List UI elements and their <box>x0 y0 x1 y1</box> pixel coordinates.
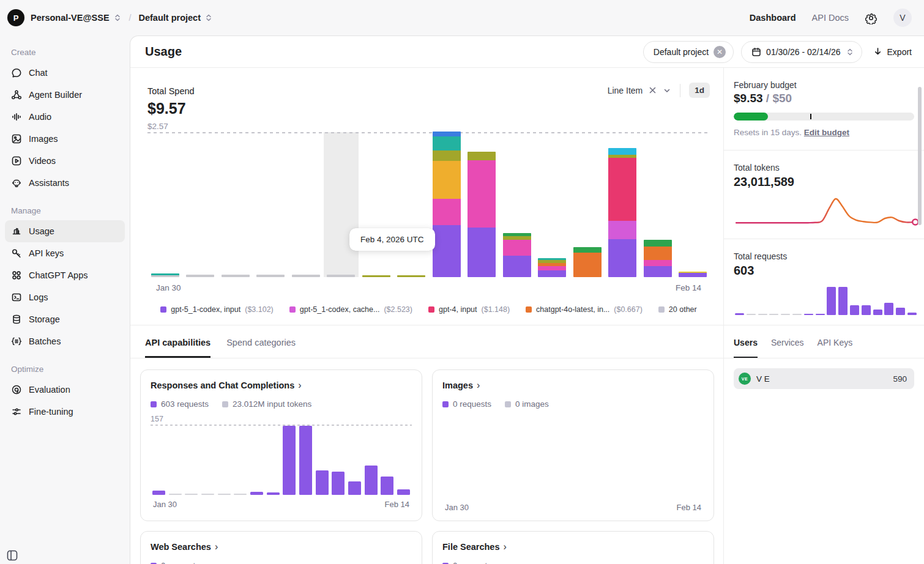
settings-gear-button[interactable] <box>865 12 877 24</box>
stacked-bar-feb-14[interactable] <box>679 272 707 277</box>
bar[interactable] <box>267 492 280 495</box>
edit-budget-link[interactable]: Edit budget <box>804 128 849 137</box>
stacked-bar-feb-3[interactable] <box>292 275 320 277</box>
date-range-picker[interactable]: 01/30/26 - 02/14/26 <box>741 41 862 63</box>
tab-services[interactable]: Services <box>771 338 804 358</box>
project-filter-chip[interactable]: Default project ✕ <box>643 41 734 63</box>
sidebar-item-api-keys[interactable]: API keys <box>5 242 125 264</box>
tab-api-keys[interactable]: API Keys <box>818 338 853 358</box>
stacked-bar-feb-5[interactable] <box>362 275 390 277</box>
legend-item[interactable]: chatgpt-4o-latest, in...($0.667) <box>526 305 643 314</box>
nav-dashboard[interactable]: Dashboard <box>750 13 796 23</box>
bar[interactable] <box>299 426 312 495</box>
nav-api-docs[interactable]: API Docs <box>812 13 849 23</box>
stacked-bar-feb-6[interactable] <box>397 275 425 277</box>
legend-item[interactable]: gpt-5_1-codex, input($3.102) <box>160 305 274 314</box>
stacked-bar-feb-1[interactable] <box>222 275 250 277</box>
zero-day-dash[interactable] <box>769 314 778 316</box>
bar[interactable] <box>365 466 378 495</box>
zero-day-dash[interactable] <box>201 494 214 495</box>
bar[interactable] <box>250 492 263 495</box>
card-title-link[interactable]: File Searches › <box>442 541 704 552</box>
bar[interactable] <box>332 472 345 495</box>
bar[interactable] <box>907 313 917 315</box>
legend-item[interactable]: 0 requests <box>442 561 491 564</box>
stacked-bar-feb-12[interactable] <box>608 148 636 277</box>
granularity-1d-button[interactable]: 1d <box>689 83 710 98</box>
stacked-bar-feb-9[interactable] <box>503 233 531 277</box>
stacked-bar-feb-13[interactable] <box>644 240 672 277</box>
stacked-bar-jan-30[interactable] <box>151 273 179 277</box>
sidebar-item-fine-tuning[interactable]: Fine-tuning <box>5 401 125 423</box>
legend-item[interactable]: 0 images <box>505 399 549 409</box>
sidebar-item-audio[interactable]: Audio <box>5 106 125 128</box>
sidebar-item-agent-builder[interactable]: Agent Builder <box>5 84 125 106</box>
project-switcher[interactable]: Default project <box>138 13 213 23</box>
zero-day-dash[interactable] <box>747 314 756 316</box>
bar[interactable] <box>838 287 848 315</box>
sidebar-item-storage[interactable]: Storage <box>5 308 125 330</box>
bar[interactable] <box>397 489 410 495</box>
bar[interactable] <box>896 308 905 315</box>
remove-filter-icon[interactable]: ✕ <box>713 46 726 58</box>
sidebar-item-chatgpt-apps[interactable]: ChatGPT Apps <box>5 264 125 286</box>
tab-users[interactable]: Users <box>734 338 758 358</box>
sidebar-item-videos[interactable]: Videos <box>5 150 125 172</box>
sidebar-item-batches[interactable]: Batches <box>5 330 125 352</box>
line-item-dropdown-label[interactable]: Line Item <box>608 86 643 95</box>
legend-item[interactable]: 603 requests <box>151 399 209 409</box>
stacked-bar-jan-31[interactable] <box>186 275 214 277</box>
chevron-down-icon[interactable] <box>663 86 671 95</box>
bar[interactable] <box>152 491 165 495</box>
card-title-link[interactable]: Images › <box>442 380 704 391</box>
sidebar-item-logs[interactable]: Logs <box>5 286 125 308</box>
sidebar-collapse-button[interactable] <box>6 549 18 562</box>
bar[interactable] <box>804 314 813 316</box>
sidebar-item-images[interactable]: Images <box>5 128 125 150</box>
legend-item[interactable]: 23.012M input tokens <box>222 399 311 409</box>
clear-x-icon[interactable] <box>649 86 657 94</box>
stacked-bar-feb-4[interactable] <box>327 275 355 277</box>
bar[interactable] <box>884 303 893 315</box>
zero-day-dash[interactable] <box>758 314 767 316</box>
tab-spend-categories[interactable]: Spend categories <box>226 338 296 358</box>
stacked-bar-feb-2[interactable] <box>256 275 285 277</box>
stacked-bar-feb-8[interactable] <box>468 152 496 277</box>
card-title-link[interactable]: Web Searches › <box>151 541 412 552</box>
zero-day-dash[interactable] <box>234 494 247 495</box>
org-switcher[interactable]: Personal-VE@SSE <box>31 13 122 23</box>
sidebar-item-evaluation[interactable]: Evaluation <box>5 379 125 401</box>
zero-day-dash[interactable] <box>169 494 182 495</box>
sidebar-item-usage[interactable]: Usage <box>5 220 125 242</box>
tab-api-capabilities[interactable]: API capabilities <box>145 338 211 358</box>
bar[interactable] <box>348 481 361 495</box>
user-avatar[interactable]: V <box>893 9 912 27</box>
zero-day-dash[interactable] <box>792 314 802 316</box>
user-usage-row[interactable]: VE V E 590 <box>734 368 914 389</box>
legend-item[interactable]: gpt-4, input($1.148) <box>428 305 510 314</box>
bar[interactable] <box>873 310 882 315</box>
bar[interactable] <box>316 470 329 495</box>
zero-day-dash[interactable] <box>781 314 790 316</box>
bar[interactable] <box>283 426 296 495</box>
sidebar-item-assistants[interactable]: Assistants <box>5 172 125 194</box>
card-title-link[interactable]: Responses and Chat Completions › <box>151 380 412 391</box>
legend-item[interactable]: 0 requests <box>151 561 199 564</box>
bar[interactable] <box>862 305 871 315</box>
sidebar-item-chat[interactable]: Chat <box>5 62 125 84</box>
bar[interactable] <box>850 305 859 315</box>
zero-day-dash[interactable] <box>185 494 198 495</box>
spend-chart[interactable]: Feb 4, 2026 UTC <box>147 132 710 277</box>
stacked-bar-feb-7[interactable] <box>433 132 461 277</box>
bar[interactable] <box>735 313 744 315</box>
bar[interactable] <box>381 477 393 495</box>
export-button[interactable]: Export <box>873 47 912 57</box>
legend-item[interactable]: 0 requests <box>442 399 491 409</box>
stacked-bar-feb-10[interactable] <box>538 258 566 277</box>
bar[interactable] <box>827 287 836 315</box>
scrollbar-thumb[interactable] <box>918 87 922 225</box>
org-avatar[interactable]: P <box>7 9 24 26</box>
stacked-bar-feb-11[interactable] <box>573 247 602 277</box>
legend-item[interactable]: gpt-5_1-codex, cache...($2.523) <box>289 305 412 314</box>
bar[interactable] <box>816 314 825 316</box>
